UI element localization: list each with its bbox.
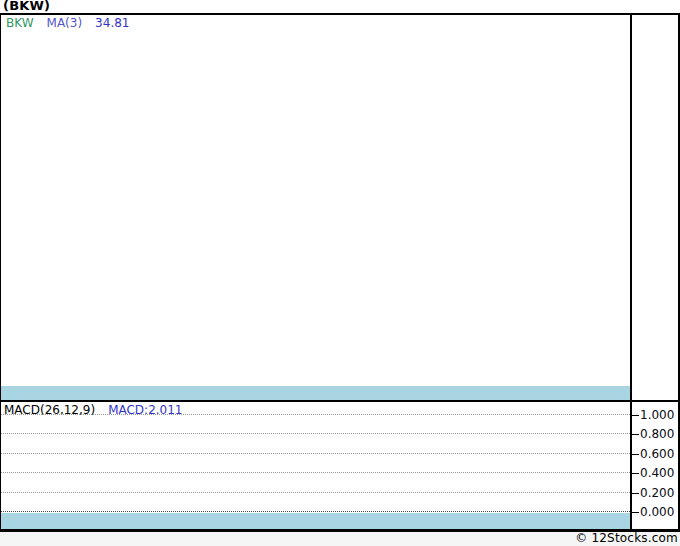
- price-panel-bottom-band: [1, 386, 630, 400]
- axis-tick-label: 0.800: [640, 427, 674, 441]
- macd-gridline: [1, 414, 630, 415]
- stock-chart-root: (BKW) BKWMA(3)34.81 MACD(26,12,9)MACD:2.…: [0, 0, 680, 546]
- axis-tick: [632, 454, 639, 455]
- axis-tick-label: 0.000: [640, 505, 674, 519]
- axis-tick: [632, 415, 639, 416]
- chart-left-border: [0, 13, 1, 532]
- macd-panel-bottom-band: [1, 513, 630, 529]
- macd-gridline: [1, 511, 630, 512]
- footer-credit: © 12Stocks.com: [575, 531, 678, 545]
- macd-gridline: [1, 472, 630, 473]
- legend-ticker: BKW: [6, 16, 34, 30]
- legend-ma-value: 34.81: [95, 16, 129, 30]
- panel-divider: [0, 400, 680, 402]
- chart-top-border: [0, 13, 680, 15]
- axis-tick-label: 0.600: [640, 447, 674, 461]
- macd-gridline: [1, 492, 630, 493]
- page-title: (BKW): [3, 0, 50, 13]
- axis-tick: [632, 434, 639, 435]
- macd-gridline: [1, 453, 630, 454]
- axis-tick: [632, 493, 639, 494]
- macd-gridline: [1, 433, 630, 434]
- axis-tick-label: 1.000: [640, 408, 674, 422]
- legend-ma-label: MA(3): [47, 16, 83, 30]
- axis-tick: [632, 473, 639, 474]
- axis-tick-label: 0.400: [640, 466, 674, 480]
- axis-tick-label: 0.200: [640, 486, 674, 500]
- price-legend: BKWMA(3)34.81: [6, 16, 142, 30]
- axis-tick: [632, 512, 639, 513]
